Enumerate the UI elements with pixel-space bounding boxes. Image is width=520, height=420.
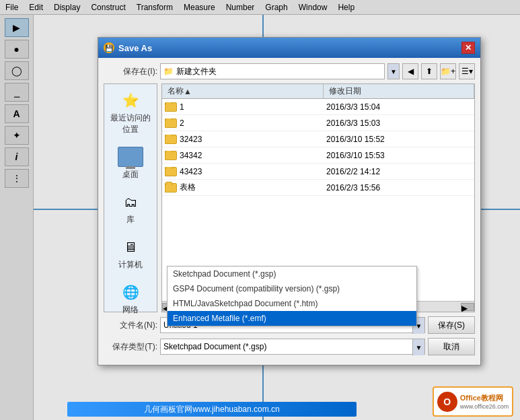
location-value: 新建文件夹: [176, 66, 217, 77]
dialog-titlebar: 💾 Save As ✕: [98, 38, 480, 58]
nav-recent[interactable]: ⭐ 最近访问的位置: [107, 87, 154, 138]
nav-desktop-label: 桌面: [122, 169, 139, 180]
filetype-dropdown-arrow[interactable]: ▼: [412, 339, 424, 355]
nav-library-label: 库: [126, 214, 135, 225]
nav-computer[interactable]: 🖥 计算机: [107, 234, 154, 273]
save-button[interactable]: 保存(S): [428, 316, 475, 334]
filetype-value: Sketchpad Document (*.gsp): [163, 342, 266, 351]
file-date-cell: 2016/2/3 15:56: [324, 183, 474, 193]
nav-views-button[interactable]: ☰▾: [459, 63, 475, 79]
filetype-dropdown[interactable]: Sketchpad Document (*.gsp) ▼: [160, 339, 425, 355]
scroll-right-btn[interactable]: ▶: [461, 303, 474, 311]
nav-recent-label: 最近访问的位置: [110, 112, 151, 135]
file-date-cell: 2016/3/10 15:52: [324, 135, 474, 144]
filetype-label: 保存类型(T):: [104, 341, 157, 353]
folder-icon: [165, 183, 177, 193]
sort-indicator: ▲: [184, 87, 192, 96]
file-name-cell: 表格: [162, 182, 324, 193]
office-logo-text: Office教程网 www.office26.com: [460, 393, 509, 410]
nav-library[interactable]: 🗂 库: [107, 188, 154, 228]
dropdown-item-gsp[interactable]: Sketchpad Document (*.gsp): [168, 267, 416, 281]
file-date-cell: 2016/3/3 15:03: [324, 118, 474, 128]
watermark-bar: 几何画板官网www.jihehuaban.com.cn: [67, 402, 357, 417]
nav-computer-label: 计算机: [118, 259, 143, 271]
cancel-button[interactable]: 取消: [428, 338, 475, 355]
library-icon: 🗂: [117, 191, 144, 213]
table-row[interactable]: 1 2016/3/3 15:04: [162, 99, 474, 115]
file-list-header: 名称 ▲ 修改日期: [162, 84, 474, 99]
location-dropdown[interactable]: 📁 新建文件夹: [160, 63, 385, 79]
nav-up-button[interactable]: ⬆: [421, 63, 437, 79]
desktop-icon: [117, 146, 144, 168]
file-date-cell: 2016/3/10 15:53: [324, 151, 474, 160]
nav-desktop[interactable]: 桌面: [107, 143, 154, 183]
nav-network[interactable]: 🌐 网络: [107, 279, 154, 318]
folder-icon: [165, 118, 177, 128]
folder-icon: [165, 167, 177, 176]
file-date-cell: 2016/2/2 14:12: [324, 167, 474, 176]
file-name-cell: 32423: [162, 135, 324, 144]
file-name-cell: 2: [162, 118, 324, 128]
folder-icon: [165, 135, 177, 144]
filetype-dropdown-menu: Sketchpad Document (*.gsp) GSP4 Document…: [167, 266, 417, 326]
folder-icon: [165, 102, 177, 112]
file-name-cell: 1: [162, 102, 324, 112]
office-logo-line1: Office教程网: [460, 393, 509, 403]
office-logo: O Office教程网 www.office26.com: [433, 386, 513, 417]
watermark-text: 几何画板官网www.jihehuaban.com.cn: [144, 404, 279, 415]
table-row[interactable]: 表格 2016/2/3 15:56: [162, 180, 474, 196]
computer-icon: 🖥: [117, 236, 144, 258]
location-dropdown-arrow[interactable]: ▼: [387, 63, 400, 79]
file-date-cell: 2016/3/3 15:04: [324, 102, 474, 112]
location-label: 保存在(I):: [104, 66, 157, 77]
office-logo-icon: O: [437, 392, 457, 412]
network-icon: 🌐: [117, 281, 144, 303]
nav-network-label: 网络: [122, 304, 139, 316]
dialog-close-button[interactable]: ✕: [461, 42, 475, 54]
location-bar: 保存在(I): 📁 新建文件夹 ▼ ◀ ⬆ 📁+ ☰▾: [104, 63, 475, 79]
table-row[interactable]: 34342 2016/3/10 15:53: [162, 147, 474, 164]
table-row[interactable]: 2 2016/3/3 15:03: [162, 115, 474, 131]
recent-icon: ⭐: [117, 90, 144, 111]
column-date[interactable]: 修改日期: [324, 84, 474, 98]
dropdown-item-html[interactable]: HTML/JavaSketchpad Document (*.htm): [168, 296, 416, 311]
folder-icon: [165, 151, 177, 160]
dropdown-item-gsp4[interactable]: GSP4 Document (compatibility version) (*…: [168, 281, 416, 296]
filetype-row: 保存类型(T): Sketchpad Document (*.gsp) ▼ 取消: [104, 338, 475, 355]
file-name-cell: 34342: [162, 151, 324, 160]
filename-label: 文件名(N):: [104, 320, 157, 331]
office-logo-line2: www.office26.com: [460, 403, 509, 410]
nav-new-folder-button[interactable]: 📁+: [440, 63, 456, 79]
column-name[interactable]: 名称 ▲: [162, 84, 324, 98]
file-name-cell: 43423: [162, 167, 324, 176]
dialog-icon: 💾: [104, 42, 114, 53]
table-row[interactable]: 43423 2016/2/2 14:12: [162, 164, 474, 180]
dialog-title: Save As: [118, 43, 152, 53]
nav-panel: ⭐ 最近访问的位置 桌面 🗂 库 🖥 计算机: [104, 83, 157, 312]
table-row[interactable]: 32423 2016/3/10 15:52: [162, 131, 474, 147]
nav-back-button[interactable]: ◀: [402, 63, 418, 79]
location-icon: 📁: [163, 67, 174, 76]
dropdown-item-emf[interactable]: Enhanced Metafile (*.emf): [168, 311, 416, 326]
